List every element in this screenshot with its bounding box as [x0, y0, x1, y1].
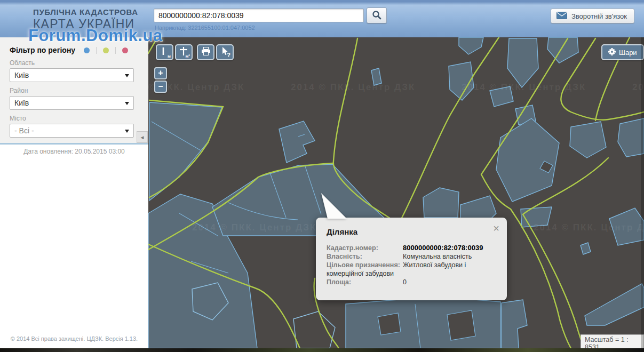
legend-dot-green: [103, 47, 109, 53]
parcel-callout-arrow: [318, 192, 349, 220]
popup-row-cadastral-number: Кадастр.номер:8000000000:82:078:0039: [327, 244, 500, 252]
magnifier-icon: [372, 10, 381, 21]
app-header: ПУБЛІЧНА КАДАСТРОВА КАРТА УКРАЇНИ Наприк…: [0, 0, 644, 37]
measure-length-unit: м: [168, 54, 171, 59]
filter-title: Фільтр по регіону: [10, 46, 75, 54]
popup-row-area: Площа:0: [327, 278, 500, 286]
identify-question-glyph: ?: [227, 52, 230, 58]
row-value: Комунальна власність: [403, 253, 472, 260]
row-value: 8000000000:82:078:0039: [403, 244, 483, 252]
search-button[interactable]: [367, 7, 387, 23]
parcel-polygons: [148, 37, 644, 348]
parcel-info-popup: × Ділянка Кадастр.номер:8000000000:82:07…: [316, 218, 507, 300]
sidebar-collapse-button[interactable]: ◄: [137, 131, 148, 143]
oblast-label: Область: [10, 59, 148, 67]
row-label: Власність:: [327, 252, 403, 261]
chevron-down-icon: [125, 102, 129, 105]
layers-button[interactable]: Шари: [601, 44, 644, 60]
zoom-in-button[interactable]: +: [154, 67, 167, 79]
sidebar: Фільтр по регіону Область Київ Район Киї…: [0, 37, 148, 348]
cadastral-map-app: ПУБЛІЧНА КАДАСТРОВА КАРТА УКРАЇНИ Наприк…: [0, 0, 644, 352]
rayon-select[interactable]: Київ: [10, 96, 134, 110]
chevron-down-icon: [125, 130, 129, 133]
printer-icon: [201, 47, 211, 58]
row-label: Кадастр.номер:: [327, 244, 403, 252]
feedback-label: Зворотній зв'язок: [571, 12, 627, 20]
scale-indicator: Масштаб = 1 : 8531: [581, 334, 644, 348]
legend-separator: [96, 47, 97, 54]
measure-length-button[interactable]: м: [156, 44, 173, 60]
rayon-select-value: Київ: [14, 99, 29, 107]
measure-area-button[interactable]: м²: [175, 44, 193, 60]
popup-row-purpose: Цільове призначення:Житлової забудови і …: [327, 261, 500, 278]
region-filter-panel: Фільтр по регіону Область Київ Район Киї…: [0, 37, 148, 145]
misto-select[interactable]: - Всі -: [10, 124, 134, 138]
cadastral-search-input[interactable]: [154, 9, 364, 22]
app-logo: ПУБЛІЧНА КАДАСТРОВА КАРТА УКРАЇНИ: [33, 7, 138, 31]
misto-select-value: - Всі -: [14, 126, 34, 135]
identify-button[interactable]: ?: [216, 44, 234, 60]
update-date-text: Дата оновлення: 20.05.2015 03:00: [0, 148, 148, 155]
zoom-control: + −: [154, 67, 167, 93]
feedback-button[interactable]: Зворотній зв'язок: [551, 9, 634, 23]
close-icon[interactable]: ×: [493, 223, 499, 234]
print-button[interactable]: [197, 44, 214, 60]
map-canvas[interactable]: [148, 37, 644, 348]
row-value: 0: [403, 278, 407, 286]
layers-label: Шари: [619, 49, 637, 57]
map-toolbar: м м²: [156, 44, 234, 60]
search-example-hint: Наприклад: 3221655100:01:047:0052: [155, 25, 255, 31]
map-edge-shade: [641, 37, 644, 348]
envelope-icon: [556, 12, 567, 21]
row-label: Цільове призначення:: [327, 261, 403, 269]
oblast-select-value: Київ: [14, 71, 29, 79]
rayon-label: Район: [10, 87, 148, 94]
popup-row-ownership: Власність:Комунальна власність: [327, 252, 500, 261]
collapse-arrow-icon: ◄: [140, 134, 145, 140]
bottom-edge-strip: [0, 348, 644, 352]
legend-dots: [84, 47, 128, 54]
zoom-out-button[interactable]: −: [154, 81, 167, 93]
popup-title: Ділянка: [327, 227, 500, 236]
chevron-down-icon: [125, 74, 129, 77]
legend-dot-red: [122, 47, 128, 53]
map-container: 2014 © ПКК. Центр ДЗК 2014 © ПКК. Центр …: [148, 37, 644, 348]
gear-icon: [608, 48, 616, 57]
logo-line2: КАРТА УКРАЇНИ: [33, 17, 138, 31]
measure-area-unit: м²: [185, 54, 190, 59]
logo-line1: ПУБЛІЧНА КАДАСТРОВА: [33, 7, 138, 17]
legend-separator: [115, 47, 116, 54]
row-label: Площа:: [327, 278, 403, 286]
oblast-select[interactable]: Київ: [10, 68, 134, 82]
misto-label: Місто: [10, 115, 148, 122]
legend-dot-blue: [84, 47, 90, 53]
copyright-text: © 2014 Всі права захищені. ЦДЗК. Версія …: [0, 335, 148, 342]
